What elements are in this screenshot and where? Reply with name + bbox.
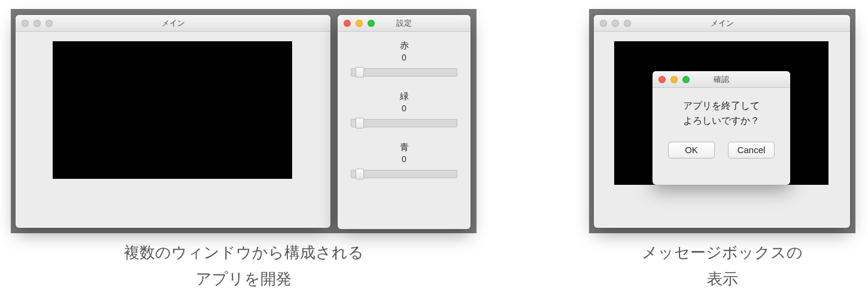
confirm-message: アプリを終了して よろしいですか？ [662, 99, 781, 129]
zoom-icon[interactable] [682, 76, 690, 83]
traffic-lights-inactive [22, 20, 53, 27]
main-window-title: メイン [711, 18, 734, 29]
slider-thumb[interactable] [356, 118, 364, 129]
minimize-icon[interactable] [612, 20, 619, 27]
confirm-button-row: OK Cancel [662, 142, 781, 158]
caption-line: 複数のウィンドウから構成される [124, 243, 364, 261]
traffic-lights-active [344, 20, 375, 27]
minimize-icon[interactable] [356, 20, 363, 27]
right-example-stage: メイン 確認 アプリを終了して よろしいですか？ OK Cancel [589, 9, 855, 233]
slider-label-blue: 青 [345, 142, 463, 153]
slider-blue[interactable] [351, 167, 457, 179]
confirm-message-line: よろしいですか？ [683, 115, 760, 126]
right-caption: メッセージボックスの 表示 [589, 239, 855, 292]
main-window-titlebar[interactable]: メイン [16, 15, 330, 32]
left-caption: 複数のウィンドウから構成される アプリを開発 [11, 239, 477, 292]
slider-red[interactable] [351, 66, 457, 78]
settings-window: 設定 赤 0 緑 0 青 0 [338, 15, 471, 229]
traffic-lights-active [658, 76, 690, 83]
main-window-title: メイン [162, 18, 185, 29]
zoom-icon[interactable] [45, 20, 53, 27]
caption-line: アプリを開発 [196, 270, 292, 288]
caption-line: 表示 [707, 270, 738, 288]
main-window: メイン [16, 15, 330, 228]
color-canvas [53, 41, 292, 179]
settings-window-title: 設定 [396, 18, 412, 29]
close-icon[interactable] [658, 76, 666, 83]
slider-thumb[interactable] [356, 169, 364, 179]
confirm-dialog-title: 確認 [714, 74, 729, 85]
slider-thumb[interactable] [356, 67, 364, 78]
close-icon[interactable] [22, 20, 29, 27]
confirm-body: アプリを終了して よろしいですか？ OK Cancel [652, 88, 790, 158]
slider-label-red: 赤 [345, 40, 463, 51]
settings-window-titlebar[interactable]: 設定 [338, 15, 471, 32]
close-icon[interactable] [600, 20, 607, 27]
slider-track [351, 170, 457, 178]
slider-label-green: 緑 [345, 91, 463, 102]
minimize-icon[interactable] [670, 76, 678, 83]
close-icon[interactable] [344, 20, 351, 27]
confirm-message-line: アプリを終了して [683, 100, 760, 111]
confirm-dialog: 確認 アプリを終了して よろしいですか？ OK Cancel [652, 71, 790, 185]
slider-value-blue: 0 [345, 154, 463, 164]
slider-value-red: 0 [345, 53, 463, 62]
slider-green[interactable] [351, 117, 457, 129]
minimize-icon[interactable] [34, 20, 41, 27]
cancel-button[interactable]: Cancel [728, 142, 775, 158]
slider-block-red: 赤 0 [345, 40, 463, 78]
slider-block-green: 緑 0 [345, 91, 463, 129]
left-example-stage: メイン 設定 赤 0 緑 0 [11, 9, 477, 233]
slider-track [351, 119, 457, 127]
zoom-icon[interactable] [368, 20, 375, 27]
slider-block-blue: 青 0 [345, 142, 463, 179]
settings-body: 赤 0 緑 0 青 0 [338, 32, 471, 179]
slider-value-green: 0 [345, 103, 463, 113]
zoom-icon[interactable] [624, 20, 631, 27]
caption-line: メッセージボックスの [642, 243, 803, 261]
slider-track [351, 68, 457, 77]
traffic-lights-inactive [600, 20, 631, 27]
ok-button[interactable]: OK [668, 142, 715, 158]
confirm-dialog-titlebar[interactable]: 確認 [652, 71, 790, 88]
main-window-titlebar[interactable]: メイン [594, 15, 850, 32]
